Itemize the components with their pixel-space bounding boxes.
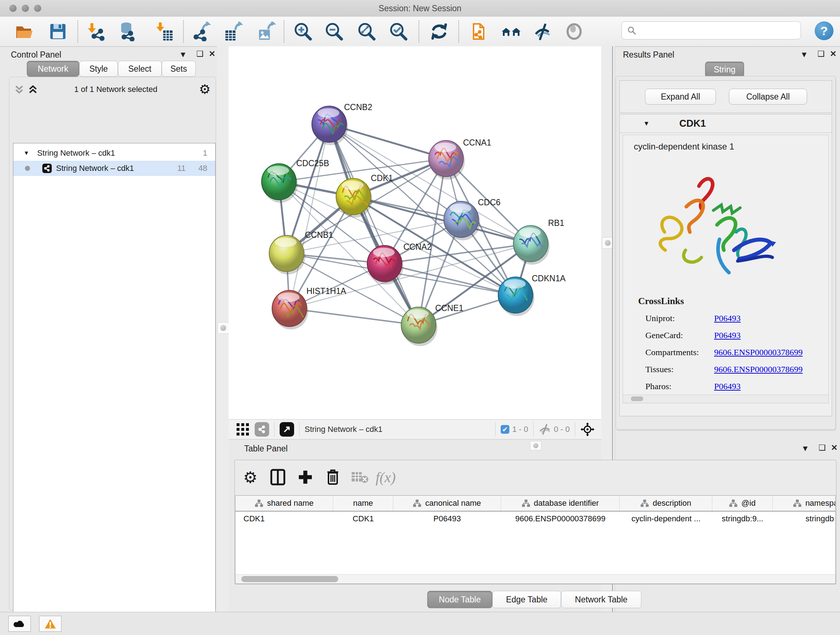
gene-section-header[interactable]: ▼ CDK1 — [620, 114, 832, 133]
warning-status-icon[interactable] — [39, 616, 62, 632]
cell-id[interactable]: stringdb:9... — [712, 511, 773, 526]
column-header[interactable]: namespace — [773, 496, 836, 511]
navigator-crosshair-icon[interactable] — [580, 422, 595, 437]
save-session-icon[interactable] — [48, 21, 68, 42]
hidden-eye-slash-icon[interactable] — [538, 424, 551, 435]
column-header[interactable]: canonical name — [393, 496, 501, 511]
create-column-icon[interactable] — [294, 466, 316, 488]
grid-view-icon[interactable] — [237, 423, 249, 435]
open-session-icon[interactable] — [14, 21, 35, 42]
zoom-selected-icon[interactable] — [388, 21, 409, 42]
tab-node-table[interactable]: Node Table — [427, 591, 493, 608]
tab-network[interactable]: Network — [27, 61, 79, 77]
selected-checkbox-icon[interactable]: ✔ — [501, 425, 509, 434]
cell-name[interactable]: CDK1 — [333, 511, 393, 526]
network-row[interactable]: String Network – cdk1 11 48 — [13, 161, 215, 176]
expand-all-networks-icon[interactable] — [27, 84, 38, 95]
export-network-icon[interactable] — [191, 21, 212, 42]
collection-expand-icon[interactable]: ▼ — [24, 150, 29, 157]
network-node-ccna2[interactable] — [367, 245, 403, 285]
tab-network-table[interactable]: Network Table — [561, 591, 641, 608]
collapse-all-networks-icon[interactable] — [14, 84, 25, 95]
network-edge[interactable] — [354, 196, 531, 244]
network-collection-row[interactable]: ▼ String Network – cdk1 1 — [13, 146, 215, 161]
left-splitter-handle[interactable] — [218, 322, 229, 334]
tab-string[interactable]: String — [705, 62, 744, 78]
open-in-new-window-icon[interactable] — [279, 422, 294, 437]
zoom-out-icon[interactable] — [324, 21, 344, 42]
tab-edge-table[interactable]: Edge Table — [493, 591, 561, 608]
import-network-icon[interactable] — [86, 21, 106, 42]
genecard-link[interactable]: P06493 — [714, 331, 741, 340]
cell-namespace[interactable]: stringdb — [773, 511, 836, 526]
window-title: Session: New Session — [0, 4, 840, 13]
tab-style[interactable]: Style — [79, 61, 118, 77]
hide-unhide-icon[interactable] — [532, 21, 553, 42]
zoom-fit-icon[interactable] — [357, 21, 377, 42]
compartments-link[interactable]: 9606.ENSP00000378699 — [714, 348, 803, 357]
expand-all-button[interactable]: Expand All — [645, 89, 716, 105]
delete-column-trash-icon[interactable] — [322, 466, 344, 488]
column-header[interactable]: shared name — [235, 496, 333, 511]
table-options-gear-icon[interactable]: ⚙ — [240, 466, 261, 488]
cell-shared-name[interactable]: CDK1 — [235, 511, 333, 526]
column-header[interactable]: database identifier — [501, 496, 620, 511]
export-table-icon[interactable] — [223, 21, 243, 42]
zoom-in-icon[interactable] — [293, 21, 313, 42]
export-image-icon[interactable] — [256, 21, 276, 42]
network-graph[interactable]: CCNB2CCNA1CDC25BCDK1CDC6RB1CCNB1CCNA2HIS… — [229, 46, 601, 419]
cell-description[interactable]: cyclin-dependent ... — [620, 511, 712, 526]
import-table-icon[interactable] — [153, 21, 174, 42]
home-networks-icon[interactable] — [501, 21, 521, 42]
table-tabs: Node Table Edge Table Network Table — [229, 591, 840, 612]
network-node-ccna1[interactable] — [429, 141, 465, 180]
close-panel-icon[interactable]: ✕ — [831, 443, 837, 453]
network-share-view-icon[interactable] — [255, 422, 269, 437]
left-splitter[interactable] — [217, 46, 229, 612]
close-panel-icon[interactable]: ✕ — [209, 49, 215, 59]
search-input[interactable] — [640, 25, 793, 35]
collapse-panel-icon[interactable]: ▼ — [801, 444, 809, 453]
cell-canonical-name[interactable]: P06493 — [393, 511, 501, 526]
import-network-from-database-icon[interactable] — [117, 21, 137, 42]
tissues-link[interactable]: 9606.ENSP00000378699 — [714, 364, 803, 374]
network-node-ccnb2[interactable] — [312, 106, 348, 145]
network-node-hist1h1a[interactable] — [272, 290, 308, 329]
network-edge[interactable] — [289, 309, 418, 325]
tab-select[interactable]: Select — [118, 61, 162, 77]
network-node-ccne1[interactable] — [401, 307, 437, 346]
function-builder-icon[interactable]: f(x) — [375, 466, 396, 488]
float-panel-icon[interactable]: ❑ — [818, 49, 825, 59]
network-options-gear-icon[interactable]: ⚙ — [199, 82, 210, 97]
cloud-status-icon[interactable] — [8, 616, 31, 632]
results-hscrollbar[interactable] — [623, 394, 829, 403]
collapse-panel-icon[interactable]: ▼ — [800, 50, 808, 59]
help-icon[interactable]: ? — [815, 21, 834, 40]
section-collapse-icon[interactable]: ▼ — [643, 120, 650, 127]
show-graphics-icon[interactable] — [564, 21, 584, 42]
table-hscrollbar[interactable] — [235, 574, 836, 584]
network-canvas[interactable]: CCNB2CCNA1CDC25BCDK1CDC6RB1CCNB1CCNA2HIS… — [229, 46, 601, 419]
pharos-link[interactable]: P06493 — [714, 382, 741, 391]
uniprot-link[interactable]: P06493 — [714, 314, 741, 323]
scrollbar-thumb[interactable] — [241, 576, 338, 582]
show-columns-icon[interactable] — [267, 466, 289, 488]
string-import-icon[interactable] — [468, 21, 488, 42]
table-row[interactable]: CDK1 CDK1 P06493 9606.ENSP00000378699 cy… — [235, 511, 836, 526]
delete-table-icon[interactable] — [349, 466, 370, 488]
float-panel-icon[interactable]: ❑ — [819, 443, 826, 453]
cell-database-identifier[interactable]: 9606.ENSP00000378699 — [501, 511, 620, 526]
network-node-rb1[interactable] — [513, 226, 549, 264]
float-panel-icon[interactable]: ❑ — [196, 49, 204, 59]
tab-sets[interactable]: Sets — [162, 61, 196, 77]
column-header[interactable]: @id — [712, 496, 773, 511]
refresh-icon[interactable] — [429, 21, 449, 42]
column-header[interactable]: description — [620, 496, 712, 511]
network-node-cdkn1a[interactable] — [498, 277, 534, 316]
toolbar-separator — [458, 20, 459, 43]
close-panel-icon[interactable]: ✕ — [830, 49, 836, 59]
column-header[interactable]: name — [333, 496, 393, 511]
collapse-panel-icon[interactable]: ▼ — [179, 50, 187, 59]
network-node-cdc25b[interactable] — [262, 164, 298, 203]
collapse-all-button[interactable]: Collapse All — [729, 89, 807, 105]
